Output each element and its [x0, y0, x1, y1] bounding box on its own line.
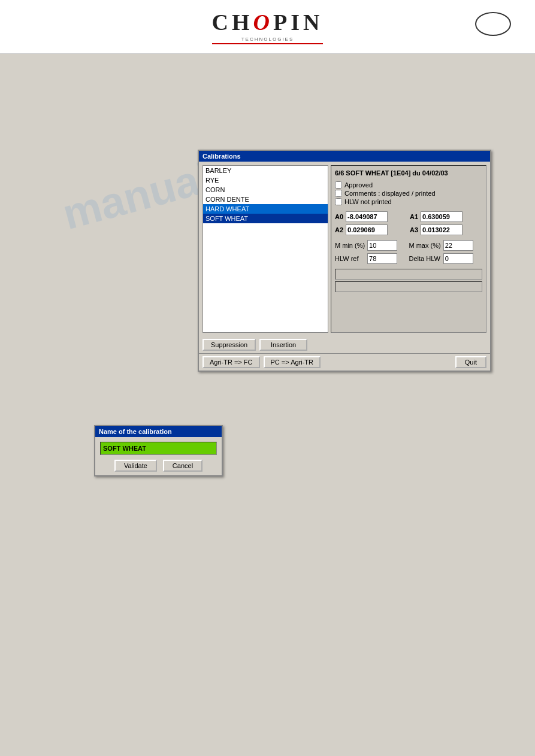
- m-max-label: M max (%): [409, 242, 440, 249]
- hlw-ref-input[interactable]: [367, 253, 397, 264]
- checkboxes-group: Approved Comments : displayed / printed …: [335, 181, 482, 205]
- text-box-2: [335, 281, 482, 292]
- m-min-input[interactable]: [367, 240, 397, 251]
- a0-input[interactable]: [346, 211, 388, 222]
- pc-agri-tr-button[interactable]: PC => Agri-TR: [264, 356, 321, 368]
- agri-tr-fc-button[interactable]: Agri-TR => FC: [202, 356, 260, 368]
- list-item-soft-wheat[interactable]: SOFT WHEAT: [203, 214, 328, 223]
- suppression-button[interactable]: Suppression: [202, 339, 256, 351]
- detail-header: 6/6 SOFT WHEAT [1E04] du 04/02/03: [335, 169, 482, 177]
- calibrations-body: BARLEY RYE CORN CORN DENTE HARD WHEAT SO…: [199, 162, 490, 371]
- a3-label: A3: [410, 226, 418, 233]
- header-oval: [475, 12, 511, 36]
- delta-hlw-input[interactable]: [443, 253, 473, 264]
- list-item-barley[interactable]: BARLEY: [203, 166, 328, 175]
- list-item-hard-wheat[interactable]: HARD WHEAT: [203, 204, 328, 214]
- calibrations-list[interactable]: BARLEY RYE CORN CORN DENTE HARD WHEAT SO…: [202, 165, 328, 333]
- list-item-corn-dente[interactable]: CORN DENTE: [203, 195, 328, 204]
- list-item-rye[interactable]: RYE: [203, 175, 328, 185]
- checkbox-hlw-label: HLW not printed: [344, 198, 392, 205]
- m-min-label: M min (%): [335, 242, 365, 249]
- a2-label: A2: [335, 226, 343, 233]
- calibrations-titlebar: Calibrations: [199, 151, 490, 162]
- checkbox-hlw[interactable]: [335, 198, 342, 205]
- detail-panel: 6/6 SOFT WHEAT [1E04] du 04/02/03 Approv…: [331, 165, 486, 333]
- header: CHOPIN TECHNOLOGIES: [0, 0, 535, 54]
- a1-label: A1: [410, 213, 418, 220]
- chopin-underline: [212, 43, 324, 44]
- a2-input[interactable]: [346, 224, 388, 235]
- footer-buttons: Agri-TR => FC PC => Agri-TR Quit: [199, 353, 490, 371]
- chopin-title: CHOPIN: [212, 9, 324, 35]
- checkbox-approved[interactable]: [335, 181, 342, 189]
- chopin-slash-o: O: [253, 10, 273, 35]
- hlw-ref-label: HLW ref: [335, 255, 365, 262]
- cancel-button[interactable]: Cancel: [163, 460, 202, 472]
- checkbox-comments-row: Comments : displayed / printed: [335, 190, 482, 197]
- validate-button[interactable]: Validate: [114, 460, 157, 472]
- a1-input[interactable]: [421, 211, 463, 222]
- coeff-grid: A0 A1 A2 A3: [335, 211, 482, 235]
- calibrations-window: Calibrations BARLEY RYE CORN CORN DENTE …: [198, 150, 491, 372]
- chopin-subtitle: TECHNOLOGIES: [241, 37, 294, 42]
- name-dialog-title: Name of the calibration: [99, 428, 172, 435]
- chopin-logo: CHOPIN TECHNOLOGIES: [212, 9, 324, 44]
- calibrations-title: Calibrations: [202, 153, 241, 160]
- name-dialog-body: Validate Cancel: [95, 437, 222, 475]
- checkbox-hlw-row: HLW not printed: [335, 198, 482, 205]
- text-box-1: [335, 269, 482, 280]
- list-item-corn[interactable]: CORN: [203, 185, 328, 195]
- m-max-input[interactable]: [443, 240, 473, 251]
- calibrations-main: BARLEY RYE CORN CORN DENTE HARD WHEAT SO…: [199, 162, 490, 336]
- checkbox-comments[interactable]: [335, 190, 342, 197]
- name-calibration-dialog: Name of the calibration Validate Cancel: [94, 425, 223, 476]
- name-dialog-buttons: Validate Cancel: [100, 460, 217, 472]
- window-bottom-buttons: Suppression Insertion: [199, 336, 490, 353]
- a3-input[interactable]: [421, 224, 463, 235]
- checkbox-approved-row: Approved: [335, 181, 482, 189]
- main-content: manualshe Calibrations BARLEY RYE CORN C…: [0, 54, 535, 756]
- text-area-row: [335, 269, 482, 292]
- calibration-name-input[interactable]: [100, 442, 217, 455]
- insertion-button[interactable]: Insertion: [259, 339, 307, 351]
- a0-label: A0: [335, 213, 343, 220]
- quit-button[interactable]: Quit: [455, 356, 486, 368]
- checkbox-approved-label: Approved: [344, 181, 373, 189]
- params-grid: M min (%) M max (%) HLW ref Delta HLW: [335, 240, 482, 264]
- name-dialog-titlebar: Name of the calibration: [95, 426, 222, 437]
- delta-hlw-label: Delta HLW: [409, 255, 440, 262]
- checkbox-comments-label: Comments : displayed / printed: [344, 190, 436, 197]
